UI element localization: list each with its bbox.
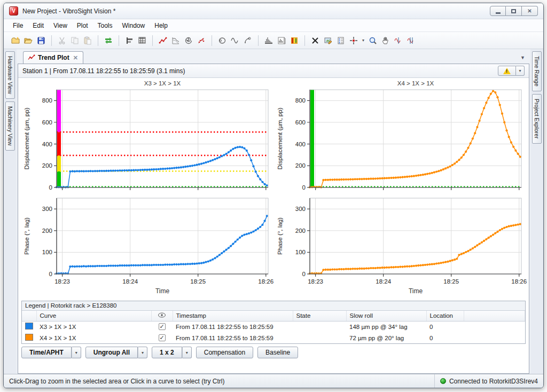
col-location[interactable]: Location: [426, 311, 464, 321]
title-bar[interactable]: V New Project - VibroSight Vision * ✕: [4, 3, 543, 19]
polar-plot-button[interactable]: [182, 34, 195, 47]
tab-close-icon[interactable]: ✕: [73, 54, 78, 61]
ungroup-dropdown-arrow[interactable]: ▾: [138, 347, 147, 358]
plot-type-dropdown-arrow[interactable]: ▾: [72, 347, 81, 358]
sidebar-tab-hardware-view[interactable]: Hardware View: [5, 51, 15, 99]
layout-button[interactable]: 1 x 2: [152, 347, 182, 358]
copy-button[interactable]: [68, 34, 81, 47]
cursor-button[interactable]: [347, 34, 360, 47]
tab-overflow-chevron-icon[interactable]: ▼: [520, 55, 525, 60]
menu-edit[interactable]: Edit: [28, 20, 49, 31]
shaft-centerline-plot-button[interactable]: [241, 34, 254, 47]
layout-dropdown-arrow[interactable]: ▾: [182, 347, 192, 358]
waveform-plot-button[interactable]: [229, 34, 241, 47]
spectrogram-plot-icon: [290, 36, 299, 45]
open-project-button[interactable]: [22, 34, 35, 47]
menu-help[interactable]: Help: [150, 20, 173, 31]
menu-view[interactable]: View: [49, 20, 72, 31]
svg-text:18:23: 18:23: [308, 278, 323, 285]
chart-x4-displacement[interactable]: 0200400600800X4 > 1X > 1XDisplacement (µ…: [274, 79, 527, 193]
svg-text:X4 > 1X > 1X: X4 > 1X > 1X: [397, 80, 434, 87]
tab-trend-plot[interactable]: Trend Plot ✕: [23, 51, 83, 64]
ungroup-all-button[interactable]: Ungroup All: [85, 347, 138, 358]
waterfall-plot-button[interactable]: [275, 34, 288, 47]
single-cursor-button[interactable]: [392, 34, 405, 47]
chart-x3-displacement[interactable]: 0200400600800X3 > 1X > 1XDisplacement (µ…: [20, 79, 274, 193]
svg-text:Phase (°, lag): Phase (°, lag): [277, 217, 283, 255]
svg-text:400: 400: [42, 141, 52, 147]
paste-button[interactable]: [81, 34, 94, 47]
trend-plot-button[interactable]: [157, 34, 169, 47]
col-slow-roll[interactable]: Slow roll: [346, 311, 426, 321]
x3-timestamp: From 17.08.11 18:22:55 to 18:25:59: [173, 321, 293, 332]
plot-type-button[interactable]: Time/APHT: [21, 347, 72, 358]
dual-cursor-button[interactable]: [405, 34, 418, 47]
x3-location: 0: [426, 321, 464, 332]
menu-window[interactable]: Window: [118, 20, 150, 31]
cut-button[interactable]: [56, 34, 68, 47]
x3-curve-name: X3 > 1X > 1X: [36, 321, 151, 332]
close-button[interactable]: ✕: [522, 6, 538, 16]
trend-plot-panel: Station 1 | From 17.08.11 18:22:55 to 18…: [18, 64, 529, 374]
sidebar-tab-project-explorer[interactable]: Project Explorer: [532, 94, 542, 144]
spectrogram-plot-button[interactable]: [288, 34, 301, 47]
legend-row-x3[interactable]: X3 > 1X > 1X ✓ From 17.08.11 18:22:55 to…: [22, 321, 525, 332]
trend-tab-icon: [28, 54, 35, 61]
chart-x3-phase[interactable]: 010020030018:2318:2418:2518:26TimePhase …: [20, 194, 274, 296]
svg-text:Displacement (µm, pp): Displacement (µm, pp): [277, 107, 283, 169]
menu-tools[interactable]: Tools: [93, 20, 118, 31]
sidebar-tab-machinery-view[interactable]: Machinery View: [5, 101, 15, 151]
numeric-table-button[interactable]: [136, 34, 149, 47]
svg-text:400: 400: [295, 141, 306, 147]
svg-text:600: 600: [42, 119, 52, 126]
x3-visibility-checkbox[interactable]: ✓: [159, 323, 166, 330]
scatter-plot-icon: [197, 36, 206, 45]
workspace: Hardware View Machinery View Trend Plot …: [4, 49, 543, 374]
compensation-button[interactable]: Compensation: [196, 347, 253, 358]
cursor-dropdown-arrow[interactable]: ▾: [360, 34, 366, 47]
plot-footer-toolbar: Time/APHT ▾ Ungroup All ▾ 1 x 2 ▾ Compen…: [18, 344, 529, 361]
meter-button[interactable]: [123, 34, 136, 47]
save-button[interactable]: [35, 34, 48, 47]
svg-text:0: 0: [49, 271, 52, 277]
plot-properties-button[interactable]: [322, 34, 334, 47]
left-dock-strip: Hardware View Machinery View: [4, 49, 17, 374]
chart-x4-phase[interactable]: 010020030018:2318:2418:2518:26TimePhase …: [274, 194, 527, 296]
x3-color-swatch: [25, 323, 33, 330]
synchronize-button[interactable]: [102, 34, 115, 47]
shaft-centerline-plot-icon: [244, 36, 252, 45]
x4-timestamp: From 17.08.11 18:22:55 to 18:25:59: [173, 332, 293, 343]
open-project-icon: [24, 36, 33, 45]
connection-status-icon: [440, 378, 446, 384]
menu-plot[interactable]: Plot: [72, 20, 93, 31]
pan-button[interactable]: [379, 34, 392, 47]
bode-plot-button[interactable]: [169, 34, 182, 47]
legend-panel: Legend | Rotorkit rack > E128380 Curve T…: [21, 301, 526, 344]
alarm-warning-button[interactable]: [498, 66, 516, 76]
zoom-button[interactable]: [366, 34, 379, 47]
menu-file[interactable]: File: [8, 20, 28, 31]
sidebar-tab-time-range[interactable]: Time Range: [532, 51, 542, 91]
svg-text:18:26: 18:26: [511, 278, 527, 285]
delete-button[interactable]: [309, 34, 322, 47]
col-timestamp[interactable]: Timestamp: [173, 311, 293, 321]
spectrum-plot-button[interactable]: [262, 34, 275, 47]
col-visibility[interactable]: [151, 311, 173, 321]
new-project-button[interactable]: [9, 34, 22, 47]
col-curve[interactable]: Curve: [36, 311, 151, 321]
x4-visibility-checkbox[interactable]: ✓: [159, 334, 166, 341]
svg-text:300: 300: [295, 206, 306, 212]
legend-row-x4[interactable]: X4 > 1X > 1X ✓ From 17.08.11 18:22:55 to…: [22, 332, 525, 343]
col-state[interactable]: State: [293, 311, 346, 321]
minimize-button[interactable]: [490, 6, 506, 16]
alarm-dropdown-arrow[interactable]: ▾: [516, 66, 525, 76]
maximize-button[interactable]: [506, 6, 522, 16]
report-button[interactable]: [334, 34, 347, 47]
x3-slow-roll: 148 µm pp @ 34° lag: [346, 321, 426, 332]
baseline-button[interactable]: Baseline: [257, 347, 298, 358]
single-cursor-icon: [394, 36, 403, 45]
orbit-plot-button[interactable]: [216, 34, 229, 47]
copy-icon: [71, 36, 79, 45]
scatter-plot-button[interactable]: [195, 34, 208, 47]
station-header: Station 1 | From 17.08.11 18:22:55 to 18…: [22, 67, 185, 75]
